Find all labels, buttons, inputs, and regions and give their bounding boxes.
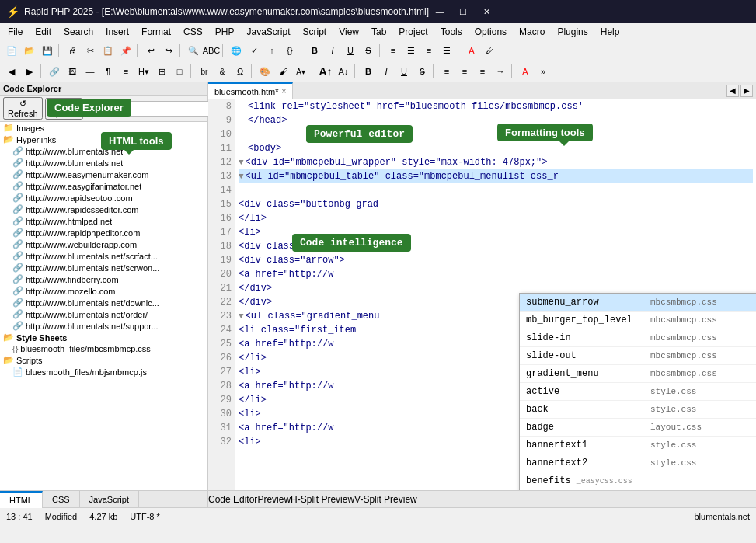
left-panel-tab-javascript[interactable]: JavaScript bbox=[80, 491, 139, 508]
copy-button[interactable]: 📋 bbox=[99, 42, 117, 59]
highlight-button[interactable]: 🖊 bbox=[481, 42, 498, 59]
menu-item-edit[interactable]: Edit bbox=[29, 23, 57, 40]
strike-btn2[interactable]: S̶ bbox=[413, 63, 430, 80]
sort-button[interactable]: ⇅ bbox=[85, 102, 96, 115]
browser-button[interactable]: 🌐 bbox=[228, 42, 245, 59]
open-button[interactable]: 📂 bbox=[21, 42, 38, 59]
back-button[interactable]: ◀ bbox=[3, 63, 20, 80]
autocomplete-item[interactable]: submenu_arrowmbcsmbmcp.css bbox=[520, 294, 756, 312]
validate-button[interactable]: ✓ bbox=[246, 42, 263, 59]
fold-arrow[interactable]: ▼ bbox=[239, 309, 244, 323]
tree-item[interactable]: 🔗http://www.rapidseotool.com bbox=[0, 192, 207, 204]
tree-item[interactable]: 🔗http://www.blumentals.net bbox=[0, 157, 207, 169]
explorer-tree[interactable]: 📁Images📂Hyperlinks🔗http://www.blumentals… bbox=[0, 122, 207, 490]
tree-item[interactable]: 🔗http://www.blumentals.net bbox=[0, 145, 207, 157]
menu-item-project[interactable]: Project bbox=[392, 23, 434, 40]
tree-item[interactable]: 🔗http://www.rapidcsseditor.com bbox=[0, 204, 207, 215]
menu-item-tab[interactable]: Tab bbox=[365, 23, 392, 40]
tree-item[interactable]: 🔗http://www.easymenumaker.com bbox=[0, 169, 207, 180]
redo-button[interactable]: ↪ bbox=[160, 42, 177, 59]
menu-item-javascript[interactable]: JavaScript bbox=[240, 23, 296, 40]
tree-item[interactable]: 📁Images bbox=[0, 122, 207, 134]
align-r2[interactable]: ≡ bbox=[474, 63, 491, 80]
align-justify-button[interactable]: ☰ bbox=[438, 42, 455, 59]
new-button[interactable]: 📄 bbox=[3, 42, 20, 59]
menu-item-insert[interactable]: Insert bbox=[99, 23, 135, 40]
tree-item[interactable]: 📂Hyperlinks bbox=[0, 134, 207, 145]
tab-next[interactable]: ▶ bbox=[740, 85, 753, 97]
link-button[interactable]: 🔗 bbox=[46, 63, 63, 80]
forward-button[interactable]: ▶ bbox=[21, 63, 38, 80]
tree-item[interactable]: 🔗http://www.blumentals.net/suppor... bbox=[0, 320, 207, 332]
color-btn2[interactable]: A▾ bbox=[292, 63, 309, 80]
editor-bottom-tab-preview[interactable]: Preview bbox=[257, 494, 291, 505]
tree-item[interactable]: 🔗http://www.mozello.com bbox=[0, 285, 207, 297]
tree-item[interactable]: 📂Style Sheets bbox=[0, 332, 207, 343]
color-btn3[interactable]: A bbox=[517, 63, 534, 80]
form-button[interactable]: □ bbox=[171, 63, 188, 80]
autocomplete-list[interactable]: submenu_arrowmbcsmbmcp.cssmb_burger_top_… bbox=[520, 294, 756, 490]
align-c2[interactable]: ≡ bbox=[456, 63, 473, 80]
editor-bottom-tab-h-split-preview[interactable]: H-Split Preview bbox=[291, 494, 354, 505]
italic-button[interactable]: I bbox=[324, 42, 341, 59]
align-right-button[interactable]: ≡ bbox=[420, 42, 437, 59]
tree-item[interactable]: 🔗http://www.rapidphpeditor.com bbox=[0, 227, 207, 238]
autocomplete-item[interactable]: activestyle.css bbox=[520, 383, 756, 401]
menu-item-css[interactable]: CSS bbox=[177, 23, 209, 40]
options-button[interactable]: ▼ Options bbox=[45, 98, 84, 120]
tree-item[interactable]: 🔗http://www.easygifanimator.net bbox=[0, 180, 207, 192]
maximize-button[interactable]: ☐ bbox=[452, 4, 474, 19]
br-button[interactable]: br bbox=[196, 63, 213, 80]
table-button[interactable]: ⊞ bbox=[153, 63, 170, 80]
editor-bottom-tab-v-split-preview[interactable]: V-Split Preview bbox=[354, 494, 417, 505]
font-size-down[interactable]: A↓ bbox=[335, 63, 352, 80]
tree-item[interactable]: 📂Scripts bbox=[0, 354, 207, 366]
fold-arrow[interactable]: ▼ bbox=[239, 155, 244, 169]
nbsp-button[interactable]: & bbox=[214, 63, 231, 80]
strikethrough-button[interactable]: S bbox=[360, 42, 377, 59]
paint-button[interactable]: 🖌 bbox=[274, 63, 291, 80]
spell-button[interactable]: ABC bbox=[203, 42, 220, 59]
tree-item[interactable]: 🔗http://www.htmlpad.net bbox=[0, 215, 207, 227]
menu-item-script[interactable]: Script bbox=[297, 23, 333, 40]
autocomplete-item[interactable]: badgelayout.css bbox=[520, 419, 756, 437]
more-btn[interactable]: » bbox=[535, 63, 552, 80]
heading-dropdown[interactable]: H▾ bbox=[135, 63, 152, 80]
menu-item-search[interactable]: Search bbox=[57, 23, 99, 40]
menu-item-view[interactable]: View bbox=[333, 23, 365, 40]
autocomplete-item[interactable]: bannertext2style.css bbox=[520, 454, 756, 472]
menu-item-options[interactable]: Options bbox=[469, 23, 513, 40]
editor-bottom-tab-code-editor[interactable]: Code Editor bbox=[208, 494, 257, 505]
tree-item[interactable]: 🔗http://www.webuilderapp.com bbox=[0, 238, 207, 250]
menu-item-php[interactable]: PHP bbox=[209, 23, 241, 40]
tree-item[interactable]: 🔗http://www.blumentals.net/scrfact... bbox=[0, 250, 207, 262]
menu-item-plugins[interactable]: Plugins bbox=[551, 23, 594, 40]
special-char-button[interactable]: Ω bbox=[232, 63, 249, 80]
editor-tab-active[interactable]: bluesmooth.htm * × bbox=[208, 82, 293, 99]
save-button[interactable]: 💾 bbox=[39, 42, 56, 59]
minimize-button[interactable]: — bbox=[429, 4, 451, 19]
tree-item[interactable]: 📄bluesmooth_files/mbjsmbmcp.js bbox=[0, 366, 207, 378]
tab-prev[interactable]: ◀ bbox=[726, 85, 739, 97]
menu-item-macro[interactable]: Macro bbox=[513, 23, 551, 40]
menu-item-format[interactable]: Format bbox=[135, 23, 177, 40]
autocomplete-item[interactable]: bannertext1style.css bbox=[520, 437, 756, 454]
autocomplete-item[interactable]: slide-inmbcsmbmcp.css bbox=[520, 329, 756, 347]
fold-arrow[interactable]: ▼ bbox=[239, 169, 244, 183]
menu-item-file[interactable]: File bbox=[2, 23, 29, 40]
list-button[interactable]: ≡ bbox=[117, 63, 134, 80]
underline-btn2[interactable]: U bbox=[395, 63, 413, 80]
paste-button[interactable]: 📌 bbox=[117, 42, 134, 59]
left-panel-tab-css[interactable]: CSS bbox=[43, 491, 80, 508]
autocomplete-item[interactable]: benefits _easycss.css bbox=[520, 472, 756, 490]
print-button[interactable]: 🖨 bbox=[64, 42, 81, 59]
autocomplete-item[interactable]: backstyle.css bbox=[520, 401, 756, 419]
underline-button[interactable]: U bbox=[342, 42, 359, 59]
image-button[interactable]: 🖼 bbox=[64, 63, 81, 80]
align-l2[interactable]: ≡ bbox=[438, 63, 455, 80]
find-button[interactable]: 🔍 bbox=[185, 42, 202, 59]
tree-item[interactable]: {}bluesmooth_files/mbcsmbmcp.css bbox=[0, 343, 207, 354]
menu-item-tools[interactable]: Tools bbox=[434, 23, 469, 40]
tree-item[interactable]: 🔗http://www.findberry.com bbox=[0, 273, 207, 285]
bold-btn2[interactable]: B bbox=[360, 63, 377, 80]
